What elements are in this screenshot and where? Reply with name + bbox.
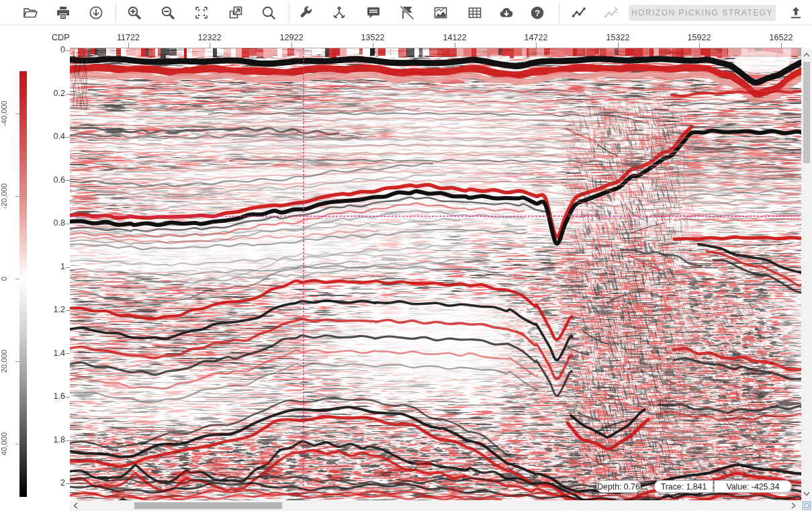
svg-text:?: ? [535, 8, 540, 18]
